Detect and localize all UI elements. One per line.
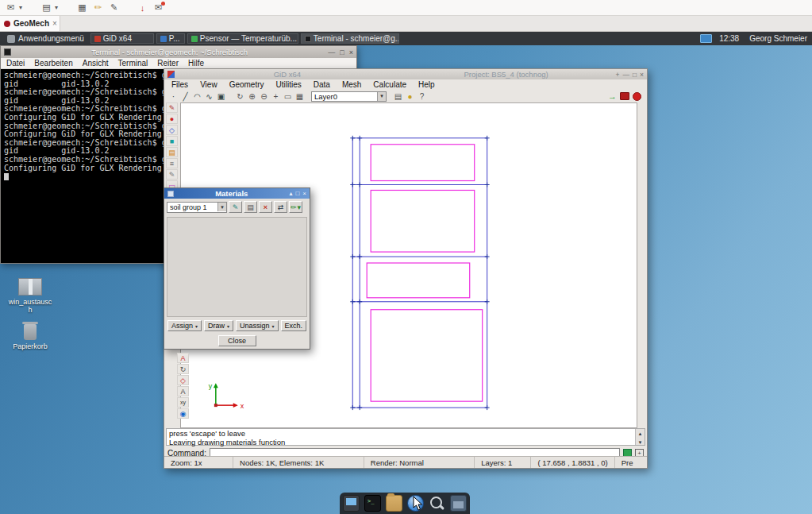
rhombus-icon[interactable]: ◇ [177,375,189,385]
tray-display-icon[interactable] [700,34,712,43]
draw-line-icon[interactable]: ✎ [166,102,178,113]
pencil-icon[interactable]: ✏ [92,2,104,14]
zoom-in-icon[interactable]: ⊕ [246,91,258,102]
task-button-gid[interactable]: GiD x64 [90,33,154,44]
menu-geometry[interactable]: Geometry [229,80,264,89]
scroll-up-icon[interactable]: ▲ [638,430,643,439]
view-orientation-icon[interactable]: ◉ [177,408,189,419]
menu-reiter[interactable]: Reiter [157,59,179,68]
menu-datei[interactable]: Datei [6,59,25,68]
material-combobox[interactable]: soil group 1 ▾ [167,202,227,213]
layer-combobox[interactable]: Layer0 ▾ [311,91,387,102]
minimize-icon[interactable]: — [328,48,335,56]
point-icon[interactable]: ● [166,114,178,124]
dock-files-icon[interactable] [450,495,467,512]
draw-button[interactable]: Draw▾ [204,320,233,331]
menu-ansicht[interactable]: Ansicht [83,59,109,68]
text-size-icon[interactable]: A [177,386,189,396]
materials-list-icon[interactable]: ▤ [244,201,257,213]
dropdown-icon-2[interactable]: ▾ [53,2,60,14]
volume-icon[interactable]: ▤ [166,147,178,157]
mail-badge-icon[interactable]: ✉ [152,2,164,14]
task-button-p[interactable]: P... [156,33,185,44]
dropdown-icon[interactable]: ▾ [17,2,24,14]
menu-view[interactable]: View [200,80,217,89]
menu-hilfe[interactable]: Hilfe [188,59,204,68]
gid-version-icon[interactable] [633,92,641,101]
polyline-icon[interactable]: ◇ [166,125,178,135]
gid-logo-icon[interactable] [620,92,629,100]
arc-tool-icon[interactable]: ◠ [191,91,203,102]
list-icon[interactable]: ≡ [166,158,178,168]
redraw-icon[interactable]: ▦ [294,91,306,102]
shade-icon[interactable]: ▴ [289,190,292,197]
copy-icon[interactable]: ▤ [40,2,52,14]
mail-compose-icon[interactable]: ✉ [5,2,17,14]
maximize-icon[interactable]: □ [633,71,637,79]
chevron-down-icon[interactable]: ▾ [217,203,226,211]
assign-material-icon[interactable]: ✎ [229,201,242,213]
unassign-button[interactable]: Unassign▾ [236,320,279,331]
close-icon[interactable]: × [302,190,306,197]
dock-folder-icon[interactable] [386,495,402,512]
applications-menu-button[interactable]: Anwendungsmenü [3,32,88,45]
menu-files[interactable]: Files [171,80,188,89]
material-surface-3[interactable] [367,263,470,298]
desktop-icon-papierkorb[interactable]: Papierkorb [8,324,52,350]
close-button[interactable]: Close [218,335,256,346]
assign-button[interactable]: Assign▾ [167,320,202,331]
menu-utilities[interactable]: Utilities [276,80,302,89]
gid-titlebar[interactable]: GiD x64 Project: BS5_4 (tochnog) + — □ × [164,69,647,79]
scroll-down-icon[interactable]: ▼ [638,439,643,447]
keyboard-icon[interactable]: ▦ [76,2,88,14]
draw-material-icon[interactable]: ✏▾ [289,201,302,213]
rotate-view-icon[interactable]: ↻ [234,91,246,102]
message-scrollbar[interactable]: ▲ ▼ [635,429,645,445]
tab-close-icon[interactable]: × [52,19,57,28]
line-tool-icon[interactable]: ╱ [179,91,191,102]
label-icon[interactable]: A [177,353,189,363]
menu-mesh[interactable]: Mesh [342,80,361,89]
green-arrow-icon[interactable]: → [608,91,617,101]
menu-bearbeiten[interactable]: Bearbeiten [34,59,72,68]
chevron-down-icon[interactable]: ▾ [377,92,386,101]
edit-icon[interactable]: ✎ [166,169,178,180]
terminal-titlebar[interactable]: Terminal - schmeier@geomech: ~/Schreibti… [1,46,356,58]
delete-material-icon[interactable]: × [259,201,272,213]
close-icon[interactable]: × [640,71,644,79]
maximize-icon[interactable]: □ [295,190,299,197]
exchange-button[interactable]: Exch. [281,320,307,331]
transfer-material-icon[interactable]: ⇄ [274,201,287,213]
task-button-terminal[interactable]: Terminal - schmeier@g... [301,33,399,44]
material-surface-2[interactable] [371,190,475,252]
menu-data[interactable]: Data [314,80,330,89]
pen-icon[interactable]: ✎ [108,2,120,14]
dock-display-icon[interactable] [343,495,360,512]
minimize-icon[interactable]: — [622,71,629,79]
help-icon[interactable]: ? [416,91,428,102]
dock-terminal-icon[interactable] [364,495,381,512]
pan-icon[interactable]: + [270,91,282,102]
task-button-psensor[interactable]: Psensor — Temperaturüb... [187,33,298,44]
light-icon[interactable]: ● [404,91,416,102]
material-surface-4[interactable] [371,310,483,401]
material-surface-1[interactable] [371,145,475,181]
surface-icon[interactable]: ■ [166,136,178,146]
menu-help[interactable]: Help [418,80,435,89]
rotate-icon[interactable]: ↻ [177,364,189,374]
browser-tab-geomech[interactable]: GeoMech × [0,16,60,31]
layers-icon[interactable]: ▤ [392,91,404,102]
menu-terminal[interactable]: Terminal [118,59,148,68]
dock-search-icon[interactable] [429,495,445,512]
maximize-icon[interactable]: □ [340,48,344,56]
download-icon[interactable]: ↓ [137,2,148,14]
spline-tool-icon[interactable]: ∿ [203,91,215,102]
close-icon[interactable]: × [349,48,353,56]
desktop-icon-win-austausch[interactable]: win_austausch [8,278,52,314]
materials-titlebar[interactable]: Materials ▴ □ × [164,188,310,199]
menu-calculate[interactable]: Calculate [373,80,406,89]
point-tool-icon[interactable]: · [167,91,179,102]
surface-tool-icon[interactable]: ▣ [215,91,227,102]
pin-icon[interactable]: + [615,71,619,79]
zoom-out-icon[interactable]: ⊖ [258,91,270,102]
